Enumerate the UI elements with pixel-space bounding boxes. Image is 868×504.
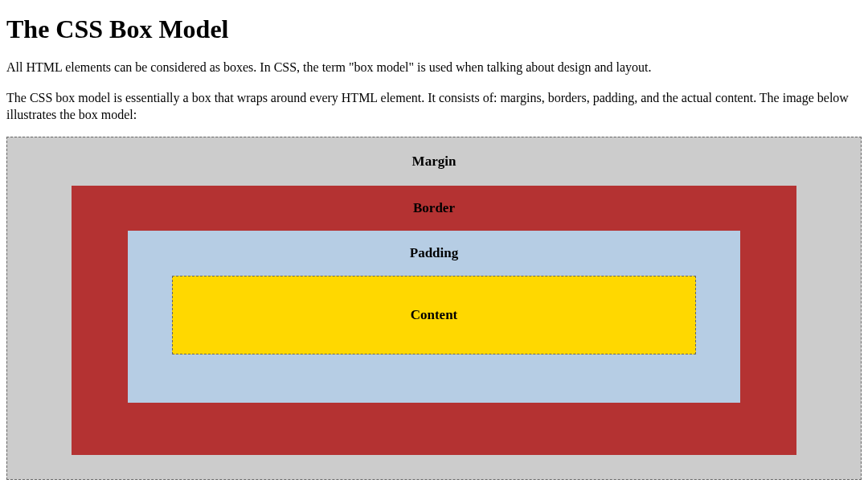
intro-paragraph-2: The CSS box model is essentially a box t… xyxy=(6,89,862,124)
intro-paragraph-1: All HTML elements can be considered as b… xyxy=(6,59,862,76)
margin-label: Margin xyxy=(72,137,796,186)
content-box: Content xyxy=(172,276,696,354)
border-label: Border xyxy=(128,186,740,231)
border-box: Border Padding Content xyxy=(72,186,796,455)
page-title: The CSS Box Model xyxy=(6,14,862,44)
box-model-diagram: Margin Border Padding Content xyxy=(6,137,862,480)
padding-label: Padding xyxy=(172,231,696,276)
padding-box: Padding Content xyxy=(128,231,740,403)
